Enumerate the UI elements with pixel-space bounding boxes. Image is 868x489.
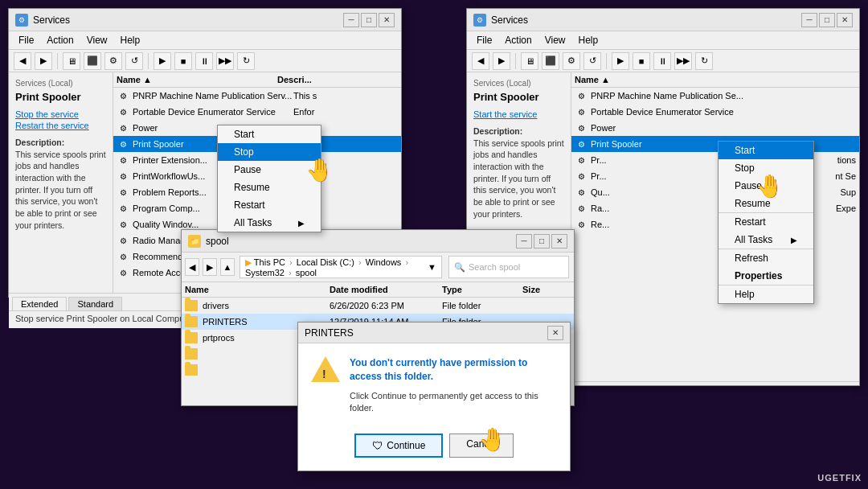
menu-bar-left: File Action View Help bbox=[9, 31, 401, 50]
list-item[interactable]: ⚙ Power bbox=[571, 120, 859, 136]
tab-standard[interactable]: Standard bbox=[68, 297, 122, 310]
ctx-resume-left[interactable]: Resume bbox=[218, 179, 321, 196]
forward-btn[interactable]: ▶ bbox=[35, 52, 52, 70]
list-item[interactable]: ⚙ Portable Device Enumerator Service Enf… bbox=[113, 104, 401, 120]
restart-link[interactable]: Restart the service bbox=[15, 121, 106, 130]
props-btn-r[interactable]: ⚙ bbox=[563, 52, 580, 70]
col-desc-header: Descri... bbox=[277, 75, 398, 84]
list-item[interactable]: ⚙ Pr... tions bbox=[571, 152, 859, 168]
watermark: UGETFIX bbox=[817, 473, 862, 483]
start-btn-tool-r[interactable]: ▶ bbox=[612, 52, 629, 70]
dialog-title: PRINTERS bbox=[305, 327, 354, 339]
refresh-btn-r[interactable]: ↺ bbox=[583, 52, 601, 70]
list-item[interactable]: ⚙ Portable Device Enumerator Service bbox=[571, 104, 859, 120]
menu-view-right[interactable]: View bbox=[538, 33, 572, 47]
service-icon: ⚙ bbox=[575, 138, 588, 150]
resume-btn-tool[interactable]: ▶▶ bbox=[216, 52, 234, 70]
service-icon: ⚙ bbox=[117, 121, 129, 134]
service-icon: ⚙ bbox=[575, 89, 588, 102]
maximize-btn-left[interactable]: □ bbox=[361, 13, 377, 27]
maximize-btn-exp[interactable]: □ bbox=[534, 234, 550, 249]
ctx-properties-right[interactable]: Properties bbox=[719, 267, 813, 285]
ctx-restart-left[interactable]: Restart bbox=[218, 196, 321, 214]
props-btn[interactable]: ⚙ bbox=[104, 52, 122, 70]
list-item[interactable]: ⚙ PNRP Machine Name Publication Serv... … bbox=[113, 88, 401, 104]
pause-btn-tool-r[interactable]: ⏸ bbox=[653, 52, 671, 70]
restart-btn-tool-r[interactable]: ↻ bbox=[695, 52, 713, 70]
search-icon: 🔍 bbox=[454, 262, 465, 273]
explorer-icon: 📁 bbox=[188, 235, 201, 248]
ctx-pause-left[interactable]: Pause bbox=[218, 161, 321, 179]
list-item[interactable]: ⚙ Ra... Expe bbox=[571, 200, 859, 216]
dropdown-arrow[interactable]: ▼ bbox=[428, 262, 436, 272]
ctx-start-left[interactable]: Start bbox=[218, 125, 321, 143]
ctx-start-right[interactable]: Start bbox=[719, 142, 813, 159]
address-input[interactable]: ▶ This PC › Local Disk (C:) › Windows › … bbox=[240, 256, 442, 278]
maximize-btn-right[interactable]: □ bbox=[819, 13, 835, 27]
folder-icon-4 bbox=[185, 348, 198, 360]
menu-action-left[interactable]: Action bbox=[40, 33, 80, 47]
service-icon: ⚙ bbox=[575, 186, 588, 199]
menu-help-right[interactable]: Help bbox=[572, 33, 605, 47]
ctx-refresh-right[interactable]: Refresh bbox=[719, 249, 813, 267]
ctx-alltasks-left[interactable]: All Tasks ▶ bbox=[218, 214, 321, 232]
connect-btn[interactable]: ⬛ bbox=[84, 52, 101, 70]
pause-btn-tool[interactable]: ⏸ bbox=[195, 52, 213, 70]
services-local-btn[interactable]: 🖥 bbox=[63, 52, 80, 70]
start-btn-tool[interactable]: ▶ bbox=[154, 52, 171, 70]
service-icon: ⚙ bbox=[117, 266, 129, 279]
back-btn-r[interactable]: ◀ bbox=[472, 52, 489, 70]
continue-button[interactable]: 🛡 Continue bbox=[354, 434, 443, 458]
services-header-right: Name ▲ bbox=[571, 72, 859, 88]
folder-icon-5 bbox=[185, 364, 198, 376]
close-btn-right[interactable]: ✕ bbox=[837, 13, 853, 27]
minimize-btn-right[interactable]: ─ bbox=[801, 13, 817, 27]
menu-file-right[interactable]: File bbox=[470, 33, 498, 47]
list-item[interactable]: ⚙ PNRP Machine Name Publication Se... bbox=[571, 88, 859, 104]
file-row-drivers[interactable]: drivers 6/26/2020 6:23 PM File folder bbox=[182, 298, 574, 314]
ctx-help-right[interactable]: Help bbox=[719, 285, 813, 303]
close-btn-left[interactable]: ✕ bbox=[379, 13, 395, 27]
ctx-resume-right[interactable]: Resume bbox=[719, 195, 813, 212]
resume-btn-tool-r[interactable]: ▶▶ bbox=[674, 52, 692, 70]
restart-btn-tool[interactable]: ↻ bbox=[237, 52, 255, 70]
exp-forward[interactable]: ▶ bbox=[203, 258, 217, 276]
ctx-pause-right[interactable]: Pause bbox=[719, 177, 813, 195]
tab-extended[interactable]: Extended bbox=[12, 297, 67, 310]
forward-btn-r[interactable]: ▶ bbox=[493, 52, 510, 70]
menu-view-left[interactable]: View bbox=[80, 33, 114, 47]
ctx-alltasks-right[interactable]: All Tasks ▶ bbox=[719, 231, 813, 249]
context-menu-left: Start Stop Pause Resume Restart All Task… bbox=[217, 125, 321, 232]
minimize-btn-exp[interactable]: ─ bbox=[516, 234, 532, 249]
close-btn-exp[interactable]: ✕ bbox=[551, 234, 567, 249]
exp-up[interactable]: ▲ bbox=[220, 258, 235, 276]
start-link-r[interactable]: Start the service bbox=[473, 109, 564, 119]
dialog-text-block: You don't currently have permission to a… bbox=[350, 356, 557, 414]
search-box[interactable]: 🔍 Search spool bbox=[448, 256, 569, 278]
exp-back[interactable]: ◀ bbox=[185, 258, 199, 276]
stop-btn-tool-r[interactable]: ■ bbox=[633, 52, 650, 70]
list-item[interactable]: ⚙ Pr... nt Se bbox=[571, 168, 859, 184]
dialog-close-btn[interactable]: ✕ bbox=[547, 326, 563, 340]
connect-btn-r[interactable]: ⬛ bbox=[542, 52, 559, 70]
services-local-btn-r[interactable]: 🖥 bbox=[521, 52, 538, 70]
menu-file-left[interactable]: File bbox=[12, 33, 40, 47]
service-icon: ⚙ bbox=[575, 170, 588, 183]
cancel-button[interactable]: Cancel bbox=[449, 434, 513, 458]
menu-action-right[interactable]: Action bbox=[498, 33, 538, 47]
list-item[interactable]: ⚙ Qu... Sup bbox=[571, 184, 859, 200]
service-icon: ⚙ bbox=[117, 218, 129, 231]
back-btn[interactable]: ◀ bbox=[14, 52, 31, 70]
list-item-print-spooler-r[interactable]: ⚙ Print Spooler bbox=[571, 136, 859, 152]
stop-link[interactable]: Stop the service bbox=[15, 109, 106, 119]
list-item[interactable]: ⚙ Re... bbox=[571, 216, 859, 232]
services-list-right[interactable]: ⚙ PNRP Machine Name Publication Se... ⚙ … bbox=[571, 88, 859, 377]
col-name-header: Name ▲ bbox=[117, 75, 277, 84]
ctx-stop-right[interactable]: Stop bbox=[719, 159, 813, 177]
stop-btn-tool[interactable]: ■ bbox=[174, 52, 192, 70]
menu-help-left[interactable]: Help bbox=[114, 33, 147, 47]
refresh-btn[interactable]: ↺ bbox=[125, 52, 143, 70]
ctx-restart-right[interactable]: Restart bbox=[719, 212, 813, 231]
ctx-stop-left[interactable]: Stop bbox=[218, 143, 321, 161]
minimize-btn-left[interactable]: ─ bbox=[343, 13, 359, 27]
